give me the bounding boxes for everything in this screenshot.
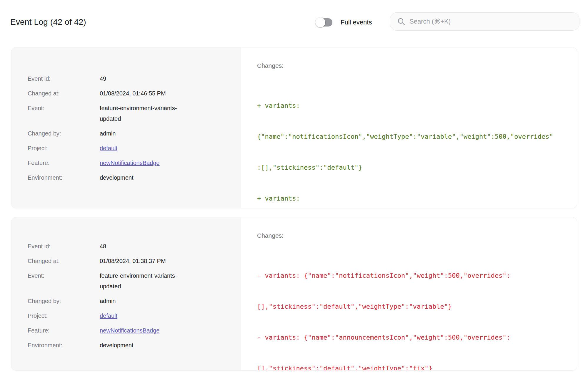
event-meta-panel: Event id: 48 Changed at: 01/08/2024, 01:…	[11, 217, 241, 371]
field-value: admin	[100, 128, 191, 139]
page-title: Event Log (42 of 42)	[10, 16, 86, 28]
feature-link[interactable]: newNotificationsBadge	[100, 160, 159, 166]
diff-line: + variants:	[257, 193, 568, 204]
toggle-knob	[315, 17, 325, 27]
field-value: development	[100, 340, 191, 350]
event-meta-panel: Event id: 49 Changed at: 01/08/2024, 01:…	[11, 47, 241, 208]
search-icon	[397, 17, 405, 26]
event-changes-panel: Changes: - variants: {"name":"notificati…	[241, 217, 577, 371]
diff-line: [],"stickiness":"default","weightType":"…	[257, 301, 568, 312]
field-label: Changed by:	[28, 128, 100, 139]
field-row-event: Event: feature-environment-variants-upda…	[28, 270, 229, 292]
diff-line: - variants: {"name":"notificationsIcon",…	[257, 270, 568, 281]
field-label: Environment:	[28, 340, 100, 350]
field-row-project: Project: default	[28, 143, 229, 153]
diff-line: [],"stickiness":"default","weightType":"…	[257, 363, 568, 371]
field-value: development	[100, 172, 191, 183]
field-label: Changed by:	[28, 296, 100, 306]
search-input[interactable]	[409, 18, 573, 25]
field-row-changed-by: Changed by: admin	[28, 128, 229, 139]
field-value: 01/08/2024, 01:46:55 PM	[100, 88, 191, 99]
field-label: Event:	[28, 103, 100, 124]
field-label: Event:	[28, 270, 100, 292]
field-label: Environment:	[28, 172, 100, 183]
search-box[interactable]	[390, 12, 579, 31]
event-card-48: Event id: 48 Changed at: 01/08/2024, 01:…	[11, 217, 577, 371]
field-label: Project:	[28, 143, 100, 153]
diff-line: :[],"stickiness":"default"}	[257, 162, 568, 173]
project-link[interactable]: default	[100, 312, 117, 319]
full-events-toggle[interactable]	[315, 17, 332, 28]
diff-line: {"name":"notificationsIcon","weightType"…	[257, 131, 568, 142]
event-log-list: Event id: 49 Changed at: 01/08/2024, 01:…	[0, 47, 588, 371]
field-row-feature: Feature: newNotificationsBadge	[28, 158, 229, 168]
field-label: Event id:	[28, 241, 100, 252]
event-changes-panel: Changes: + variants: {"name":"notificati…	[241, 47, 577, 208]
field-label: Changed at:	[28, 88, 100, 99]
project-link[interactable]: default	[100, 145, 117, 151]
field-value: 01/08/2024, 01:38:37 PM	[100, 256, 191, 266]
field-label: Changed at:	[28, 256, 100, 266]
field-row-changed-at: Changed at: 01/08/2024, 01:38:37 PM	[28, 256, 229, 266]
diff-line: + variants:	[257, 100, 568, 111]
field-row-event-id: Event id: 48	[28, 241, 229, 252]
field-row-event: Event: feature-environment-variants-upda…	[28, 103, 229, 124]
field-value: 49	[100, 73, 191, 84]
field-label: Feature:	[28, 325, 100, 336]
field-row-event-id: Event id: 49	[28, 73, 229, 84]
field-row-environment: Environment: development	[28, 340, 229, 350]
changes-label: Changes:	[257, 62, 568, 70]
field-value: feature-environment-variants-updated	[100, 270, 191, 292]
field-value: 48	[100, 241, 191, 252]
event-diff-deletion: - variants: {"name":"notificationsIcon",…	[257, 250, 568, 371]
feature-link[interactable]: newNotificationsBadge	[100, 327, 159, 334]
full-events-label[interactable]: Full events	[341, 19, 372, 26]
field-label: Event id:	[28, 73, 100, 84]
field-value: feature-environment-variants-updated	[100, 103, 191, 124]
field-label: Feature:	[28, 158, 100, 168]
field-row-changed-by: Changed by: admin	[28, 296, 229, 306]
event-diff-addition: + variants: {"name":"notificationsIcon",…	[257, 80, 568, 208]
event-log-header: Event Log (42 of 42) Full events	[0, 0, 588, 47]
field-label: Project:	[28, 310, 100, 321]
diff-line: - variants: {"name":"announcementsIcon",…	[257, 332, 568, 343]
field-row-feature: Feature: newNotificationsBadge	[28, 325, 229, 336]
field-row-changed-at: Changed at: 01/08/2024, 01:46:55 PM	[28, 88, 229, 99]
changes-label: Changes:	[257, 232, 568, 240]
full-events-toggle-group: Full events	[315, 17, 372, 28]
field-row-project: Project: default	[28, 310, 229, 321]
event-card-49: Event id: 49 Changed at: 01/08/2024, 01:…	[11, 47, 577, 208]
field-value: admin	[100, 296, 191, 306]
field-row-environment: Environment: development	[28, 172, 229, 183]
